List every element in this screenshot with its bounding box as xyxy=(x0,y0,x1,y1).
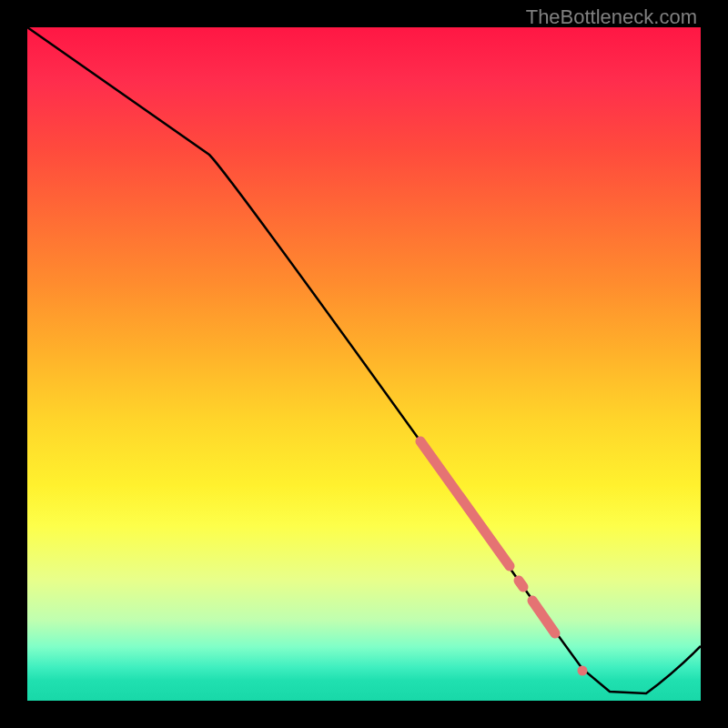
watermark: TheBottleneck.com xyxy=(526,5,697,29)
highlight-segment xyxy=(519,581,523,587)
chart-svg xyxy=(27,27,701,701)
highlight-segment xyxy=(420,441,510,566)
chart-area xyxy=(27,27,701,701)
highlight-dot xyxy=(578,666,588,676)
main-curve xyxy=(27,27,701,693)
highlight-segment xyxy=(532,601,555,633)
